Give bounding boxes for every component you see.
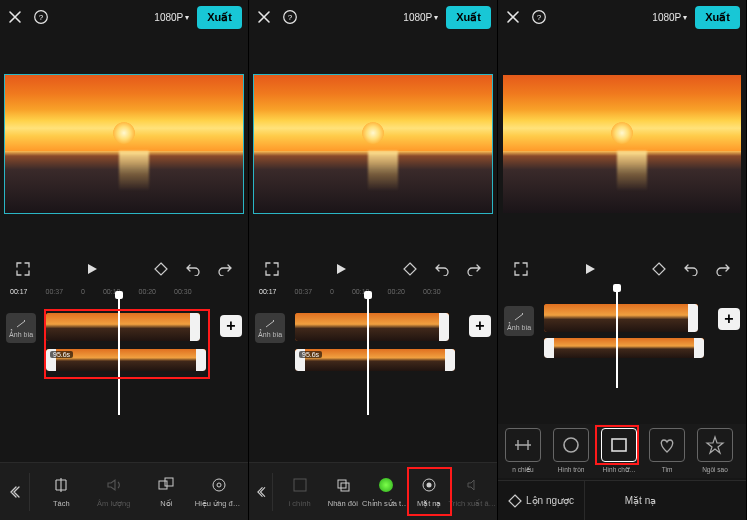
video-preview[interactable] xyxy=(502,74,742,214)
fx-icon xyxy=(209,475,229,495)
export-button[interactable]: Xuất xyxy=(695,6,740,29)
top-bar: ? 1080P▾ Xuất xyxy=(498,0,746,34)
top-bar: ? 1080P▾ Xuất xyxy=(249,0,497,34)
undo-icon[interactable] xyxy=(433,260,451,278)
video-preview[interactable] xyxy=(4,74,244,214)
video-preview[interactable] xyxy=(253,74,493,214)
svg-point-5 xyxy=(217,483,221,487)
timeline-tracks[interactable]: Ảnh bìa + 95.6s xyxy=(249,305,497,395)
fullscreen-icon[interactable] xyxy=(512,260,530,278)
playhead[interactable] xyxy=(616,286,618,388)
svg-rect-8 xyxy=(294,479,306,491)
svg-point-15 xyxy=(564,438,578,452)
timeline-tracks[interactable]: Ảnh bìa + 95.6s xyxy=(0,305,248,395)
adjust-icon xyxy=(290,475,310,495)
mask-shape-star[interactable]: Ngôi sao xyxy=(694,428,736,474)
mask-footer: Lộn ngược Mặt nạ xyxy=(498,480,746,520)
chevron-down-icon: ▾ xyxy=(683,13,687,22)
fullscreen-icon[interactable] xyxy=(263,260,281,278)
cover-button[interactable]: Ảnh bìa xyxy=(504,306,534,336)
video-clip-overlay[interactable]: 95.6s xyxy=(295,349,455,371)
svg-point-12 xyxy=(427,483,432,488)
play-button[interactable] xyxy=(581,260,599,278)
chevron-down-icon: ▾ xyxy=(185,13,189,22)
close-icon[interactable] xyxy=(6,8,24,26)
export-button[interactable]: Xuất xyxy=(446,6,491,29)
play-button[interactable] xyxy=(83,260,101,278)
resolution-selector[interactable]: 1080P ▾ xyxy=(154,12,189,23)
svg-point-4 xyxy=(213,479,225,491)
svg-text:?: ? xyxy=(288,13,293,22)
mask-panel-title: Mặt nạ xyxy=(585,495,696,506)
timeline-tracks[interactable]: Ảnh bìa + xyxy=(498,298,746,368)
svg-rect-9 xyxy=(338,480,346,488)
undo-icon[interactable] xyxy=(184,260,202,278)
svg-rect-16 xyxy=(612,439,626,451)
bottom-toolbar: Tách Âm lượng Nối Hiệu ứng động xyxy=(0,462,248,520)
invert-button[interactable]: Lộn ngược xyxy=(498,481,585,520)
back-button[interactable] xyxy=(253,473,273,511)
cover-button[interactable]: Ảnh bìa xyxy=(6,313,36,343)
close-icon[interactable] xyxy=(255,8,273,26)
video-clip-overlay[interactable] xyxy=(544,338,704,358)
add-clip-button[interactable]: + xyxy=(220,315,242,337)
play-button[interactable] xyxy=(332,260,350,278)
tool-adjust[interactable]: i chính xyxy=(279,469,320,514)
phone-panel-2: ? 1080P▾ Xuất 00:17 00:37 0 00:10 00:20 … xyxy=(249,0,498,520)
mask-shape-circle[interactable]: Hình tròn xyxy=(550,428,592,474)
time-total: 00:37 xyxy=(46,288,64,295)
cover-button[interactable]: Ảnh bìa xyxy=(255,313,285,343)
video-clip-overlay[interactable]: 95.6s xyxy=(46,349,206,371)
keyframe-icon[interactable] xyxy=(401,260,419,278)
help-icon[interactable]: ? xyxy=(281,8,299,26)
export-button[interactable]: Xuất xyxy=(197,6,242,29)
close-icon[interactable] xyxy=(504,8,522,26)
tool-hypic[interactable]: Chỉnh sửa trên Hypic xyxy=(365,469,406,514)
tool-mask[interactable]: Mặt nạ xyxy=(409,469,450,514)
resolution-selector[interactable]: 1080P▾ xyxy=(403,12,438,23)
playback-controls xyxy=(0,260,248,278)
mask-shape-row: n chiếu Hình tròn Hình chữ… Tim Ngôi sao xyxy=(498,424,746,478)
redo-icon[interactable] xyxy=(465,260,483,278)
svg-rect-2 xyxy=(159,481,167,489)
overlay-icon xyxy=(156,475,176,495)
phone-panel-1: ? 1080P ▾ Xuất 00:17 xyxy=(0,0,249,520)
mask-shape-heart[interactable]: Tim xyxy=(646,428,688,474)
timeline-ruler: 00:17 00:37 0 00:10 00:20 00:30 xyxy=(0,288,248,295)
mask-shape-mirror[interactable]: n chiếu xyxy=(502,428,544,474)
bottom-toolbar: i chính Nhân đôi Chỉnh sửa trên Hypic Mặ… xyxy=(249,462,497,520)
tool-join[interactable]: Nối xyxy=(141,469,192,514)
timeline-ruler: 00:17 00:37 0 00:10 00:20 00:30 xyxy=(249,288,497,295)
fullscreen-icon[interactable] xyxy=(14,260,32,278)
keyframe-icon[interactable] xyxy=(650,260,668,278)
resolution-label: 1080P xyxy=(154,12,183,23)
tool-duplicate[interactable]: Nhân đôi xyxy=(322,469,363,514)
playback-controls xyxy=(249,260,497,278)
hypic-icon xyxy=(376,475,396,495)
playhead[interactable] xyxy=(367,293,369,415)
video-clip-main[interactable] xyxy=(46,313,200,341)
tool-split[interactable]: Tách xyxy=(36,469,87,514)
svg-text:?: ? xyxy=(537,13,542,22)
add-clip-button[interactable]: + xyxy=(469,315,491,337)
mask-shape-rect[interactable]: Hình chữ… xyxy=(598,428,640,474)
svg-text:?: ? xyxy=(39,13,44,22)
tool-animation[interactable]: Hiệu ứng động xyxy=(194,469,245,514)
chevron-down-icon: ▾ xyxy=(434,13,438,22)
help-icon[interactable]: ? xyxy=(32,8,50,26)
redo-icon[interactable] xyxy=(714,260,732,278)
redo-icon[interactable] xyxy=(216,260,234,278)
playback-controls xyxy=(498,260,746,278)
video-clip-main[interactable] xyxy=(295,313,449,341)
back-button[interactable] xyxy=(4,473,30,511)
playhead[interactable] xyxy=(118,293,120,415)
tool-extract-audio[interactable]: Trích xuất âm thanh xyxy=(452,469,493,514)
svg-rect-10 xyxy=(341,483,349,491)
video-clip-main[interactable] xyxy=(544,304,698,332)
tool-volume[interactable]: Âm lượng xyxy=(89,469,140,514)
undo-icon[interactable] xyxy=(682,260,700,278)
keyframe-icon[interactable] xyxy=(152,260,170,278)
help-icon[interactable]: ? xyxy=(530,8,548,26)
add-clip-button[interactable]: + xyxy=(718,308,740,330)
resolution-selector[interactable]: 1080P▾ xyxy=(652,12,687,23)
